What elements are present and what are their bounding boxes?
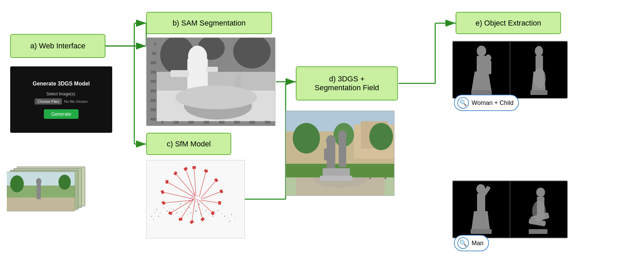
svg-rect-136 (320, 176, 352, 181)
svg-point-145 (535, 46, 543, 56)
statue-scene-svg (286, 111, 394, 196)
svg-point-82 (187, 214, 188, 215)
svg-point-95 (224, 216, 225, 217)
svg-point-157 (536, 188, 545, 197)
svg-point-114 (188, 200, 190, 201)
box-a: a) Web Interface (10, 34, 105, 58)
svg-point-131 (326, 135, 336, 146)
box-d-label: d) 3DGS + Segmentation Field (315, 75, 379, 92)
extraction-half-1b (510, 42, 567, 98)
sam-y-axis: 0 50 100 150 200 250 300 350 400 (147, 38, 157, 126)
svg-point-134 (338, 130, 347, 141)
svg-rect-162 (529, 229, 547, 234)
svg-point-112 (190, 197, 191, 199)
diagram-container: a) Web Interface b) SAM Segmentation c) … (0, 0, 644, 270)
svg-rect-135 (323, 168, 350, 177)
svg-rect-132 (324, 148, 329, 160)
search-badge-man[interactable]: 🔍 Man (454, 235, 489, 251)
box-e: e) Object Extraction (456, 12, 561, 34)
svg-point-42 (175, 85, 257, 109)
svg-point-77 (194, 206, 194, 206)
man-statue-front (461, 180, 502, 238)
extraction-half-1a (453, 42, 510, 98)
svg-point-81 (190, 212, 191, 213)
sfm-point-cloud-image (146, 160, 245, 238)
svg-point-90 (209, 212, 210, 213)
svg-point-80 (195, 210, 197, 212)
web-interface-title: Generate 3DGS Model (33, 81, 90, 87)
svg-point-91 (213, 216, 214, 217)
svg-point-161 (532, 201, 546, 221)
svg-rect-133 (339, 137, 346, 167)
search-badge-woman-child[interactable]: 🔍 Woman + Child (454, 95, 519, 111)
box-a-label: a) Web Interface (30, 42, 85, 50)
svg-point-110 (192, 196, 193, 197)
stacked-photos-icon (7, 163, 95, 218)
stacked-images (7, 163, 88, 215)
no-file-text: No file chosen (64, 99, 88, 104)
svg-point-97 (158, 216, 159, 217)
svg-point-113 (199, 201, 200, 202)
svg-point-96 (160, 212, 160, 213)
svg-point-88 (163, 207, 164, 208)
search-icon-man: 🔍 (457, 237, 469, 249)
svg-point-25 (10, 175, 24, 192)
box-b: b) SAM Segmentation (146, 12, 272, 34)
svg-point-87 (167, 211, 168, 212)
sfm-point-cloud-svg (147, 160, 244, 238)
svg-marker-154 (471, 211, 490, 231)
sam-segmentation-image: 0 50 100 150 200 250 300 350 400 (146, 37, 275, 126)
box-d: d) 3DGS + Segmentation Field (296, 66, 398, 100)
svg-point-37 (188, 46, 207, 67)
svg-point-102 (235, 218, 235, 218)
svg-point-103 (230, 221, 231, 222)
box-c: c) SfM Model (146, 133, 231, 155)
svg-point-83 (201, 213, 202, 215)
svg-point-79 (202, 209, 203, 210)
choose-files-button[interactable]: Choose Files (35, 98, 62, 105)
svg-point-140 (485, 54, 491, 61)
svg-point-100 (228, 218, 228, 218)
extraction-half-2b (510, 181, 567, 238)
man-statue-side (519, 180, 559, 238)
svg-point-75 (185, 202, 186, 203)
generate-button[interactable]: Generate (44, 109, 79, 119)
extraction-panel-man (452, 180, 568, 238)
svg-rect-155 (471, 229, 492, 234)
sam-x-axis: 0 100 200 300 400 500 600 700 (157, 119, 275, 126)
svg-point-138 (477, 46, 486, 57)
svg-point-120 (293, 123, 320, 154)
svg-rect-39 (206, 67, 218, 72)
svg-point-28 (36, 178, 41, 185)
svg-point-108 (197, 195, 198, 196)
box-b-label: b) SAM Segmentation (172, 19, 245, 28)
file-row: Choose Files No file chosen (35, 98, 88, 105)
extraction-panel-woman-child (452, 41, 568, 99)
svg-point-99 (156, 209, 157, 210)
svg-point-107 (196, 192, 197, 193)
svg-point-98 (155, 212, 155, 213)
svg-point-76 (189, 207, 190, 208)
svg-point-26 (58, 175, 71, 190)
svg-point-85 (177, 212, 178, 213)
box-c-label: c) SfM Model (167, 140, 211, 148)
svg-point-78 (199, 204, 200, 205)
svg-point-106 (193, 193, 194, 195)
svg-point-86 (172, 214, 172, 215)
svg-point-115 (195, 201, 196, 202)
svg-point-89 (206, 210, 207, 211)
svg-point-41 (235, 74, 241, 81)
statue-scene-image (286, 111, 394, 196)
search-badge-woman-child-label: Woman + Child (472, 99, 513, 107)
svg-point-111 (197, 199, 198, 200)
svg-point-105 (151, 216, 152, 217)
svg-point-84 (173, 209, 174, 210)
svg-point-94 (221, 213, 222, 214)
web-interface-mockup: Generate 3DGS Model Select Image(s): Cho… (10, 66, 112, 133)
search-badge-man-label: Man (472, 240, 484, 247)
woman-child-statue-front (461, 41, 502, 99)
sam-segmentation-svg (157, 38, 275, 121)
woman-child-statue-side (519, 41, 559, 99)
extraction-half-2a (453, 181, 510, 238)
svg-rect-149 (530, 90, 547, 95)
